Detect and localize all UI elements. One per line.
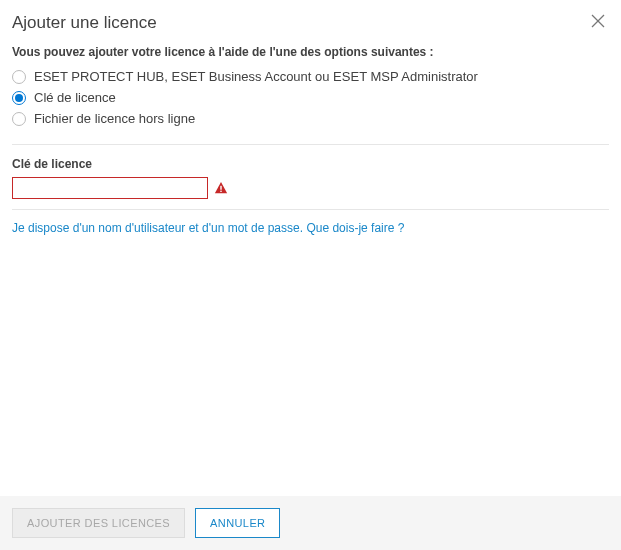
option-hub-label: ESET PROTECT HUB, ESET Business Account … xyxy=(34,69,478,84)
instruction-text: Vous pouvez ajouter votre licence à l'ai… xyxy=(12,45,609,59)
radio-icon xyxy=(12,70,26,84)
license-key-row xyxy=(12,177,609,199)
option-hub[interactable]: ESET PROTECT HUB, ESET Business Account … xyxy=(12,69,609,84)
radio-icon xyxy=(12,91,26,105)
radio-icon xyxy=(12,112,26,126)
dialog-content: Vous pouvez ajouter votre licence à l'ai… xyxy=(0,41,621,496)
option-offline-file[interactable]: Fichier de licence hors ligne xyxy=(12,111,609,126)
dialog-title: Ajouter une licence xyxy=(12,13,157,33)
add-license-dialog: Ajouter une licence Vous pouvez ajouter … xyxy=(0,0,621,550)
option-offline-file-label: Fichier de licence hors ligne xyxy=(34,111,195,126)
option-license-key[interactable]: Clé de licence xyxy=(12,90,609,105)
svg-rect-2 xyxy=(220,186,221,190)
add-licenses-button[interactable]: AJOUTER DES LICENCES xyxy=(12,508,185,538)
warning-icon xyxy=(214,181,228,195)
cancel-button[interactable]: ANNULER xyxy=(195,508,280,538)
option-license-key-label: Clé de licence xyxy=(34,90,116,105)
svg-rect-3 xyxy=(220,191,221,192)
license-key-label: Clé de licence xyxy=(12,157,609,171)
license-option-group: ESET PROTECT HUB, ESET Business Account … xyxy=(12,69,609,126)
close-icon xyxy=(591,14,605,31)
divider xyxy=(12,209,609,210)
username-password-help-link[interactable]: Je dispose d'un nom d'utilisateur et d'u… xyxy=(12,221,404,235)
dialog-footer: AJOUTER DES LICENCES ANNULER xyxy=(0,496,621,550)
dialog-header: Ajouter une licence xyxy=(0,0,621,41)
divider xyxy=(12,144,609,145)
license-key-input[interactable] xyxy=(12,177,208,199)
close-button[interactable] xyxy=(589,12,607,33)
